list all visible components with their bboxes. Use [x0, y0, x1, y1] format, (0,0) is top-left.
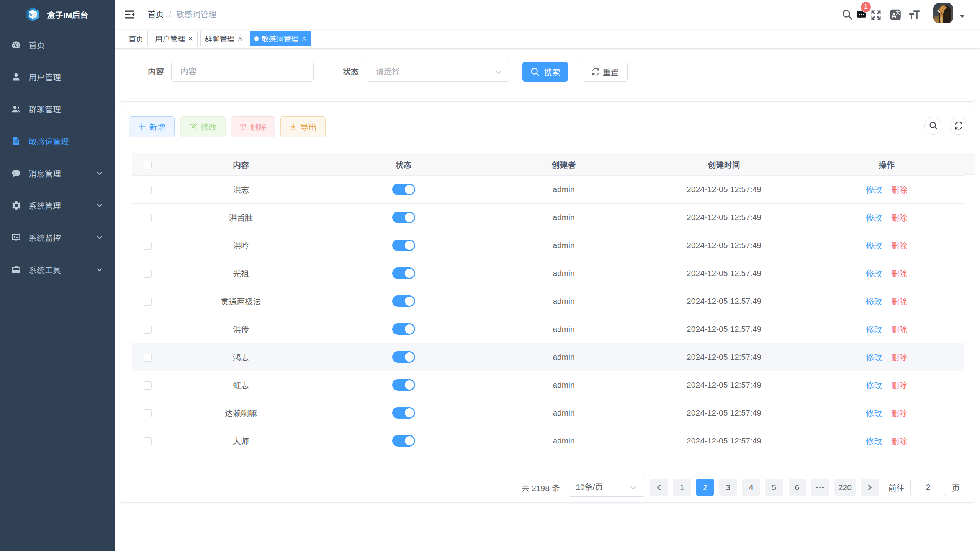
svg-text:A: A: [891, 11, 897, 20]
